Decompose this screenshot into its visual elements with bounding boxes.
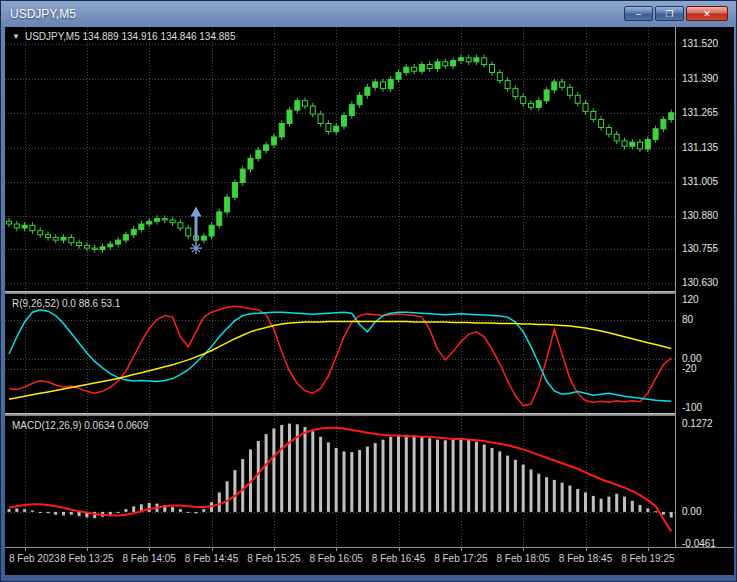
time-tick-mark	[399, 548, 400, 551]
candles-group	[7, 55, 674, 253]
macd-canvas[interactable]	[5, 416, 675, 547]
macd-histogram	[8, 424, 673, 519]
close-button[interactable]: ✕	[686, 6, 728, 21]
minimize-button[interactable]: –	[624, 6, 653, 21]
chart-ohlc-label: USDJPY,M5 134.889 134.916 134.846 134.88…	[25, 31, 236, 42]
price-scale[interactable]: 131.520131.390131.265131.135131.005130.8…	[676, 27, 734, 547]
scale-separator-line	[675, 27, 676, 548]
scale-label: 0.00	[682, 506, 701, 518]
scale-label: 131.520	[682, 38, 718, 50]
chart-symbol-label: ▼ USDJPY,M5 134.889 134.916 134.846 134.…	[12, 31, 235, 42]
time-tick-mark	[87, 548, 88, 551]
time-tick-mark	[25, 548, 26, 551]
grid-lines	[5, 27, 675, 291]
scale-label: -100	[682, 402, 702, 414]
oscillator-line-slow	[9, 322, 671, 400]
time-axis-label: 8 Feb 19:25	[621, 553, 674, 564]
oscillator-label: R(9,26,52) 0.0 88.6 53.1	[12, 298, 120, 309]
maximize-button[interactable]: ❐	[655, 6, 684, 21]
scale-label: 0.1272	[682, 418, 713, 430]
chart-client-area[interactable]: ▼ USDJPY,M5 134.889 134.916 134.846 134.…	[5, 27, 734, 575]
oscillator-line-medium	[9, 310, 671, 402]
time-axis-label: 8 Feb 18:45	[559, 553, 612, 564]
time-tick-mark	[648, 548, 649, 551]
time-axis-label: 8 Feb 13:25	[60, 553, 113, 564]
time-tick-mark	[336, 548, 337, 551]
macd-label: MACD(12,26,9) 0.0634 0.0609	[12, 420, 148, 431]
time-axis-label: 8 Feb 2023	[9, 553, 60, 564]
window-controls: – ❐ ✕	[624, 6, 728, 21]
time-axis-label: 8 Feb 15:25	[247, 553, 300, 564]
scale-label: 131.265	[682, 107, 718, 119]
oscillator-canvas[interactable]	[5, 294, 675, 413]
window-title: USDJPY,M5	[10, 7, 76, 21]
app-window: USDJPY,M5 – ❐ ✕ ▼ USDJPY,M5 134.889 134.…	[0, 0, 737, 582]
scale-label: 131.390	[682, 73, 718, 85]
time-tick-mark	[212, 548, 213, 551]
scale-label: 131.005	[682, 176, 718, 188]
time-axis-label: 8 Feb 17:25	[434, 553, 487, 564]
time-tick-mark	[149, 548, 150, 551]
time-axis[interactable]: 8 Feb 20238 Feb 13:258 Feb 14:058 Feb 14…	[5, 548, 734, 575]
scale-label: 130.755	[682, 243, 718, 255]
price-chart-canvas[interactable]	[5, 27, 675, 291]
time-axis-label: 8 Feb 18:05	[496, 553, 549, 564]
time-tick-mark	[274, 548, 275, 551]
chart-dropdown-icon[interactable]: ▼	[12, 32, 20, 41]
time-axis-label: 8 Feb 16:45	[372, 553, 425, 564]
scale-label: 120	[682, 294, 699, 306]
time-tick-mark	[523, 548, 524, 551]
macd-signal-line	[9, 428, 671, 532]
time-tick-mark	[586, 548, 587, 551]
scale-label: 131.135	[682, 142, 718, 154]
time-axis-label: 8 Feb 14:05	[123, 553, 176, 564]
scale-label: 130.880	[682, 210, 718, 222]
price-chart-panel[interactable]: ▼ USDJPY,M5 134.889 134.916 134.846 134.…	[5, 27, 675, 291]
buy-arrow-marker[interactable]	[190, 207, 202, 255]
window-titlebar[interactable]: USDJPY,M5 – ❐ ✕	[1, 1, 736, 26]
scale-label: -20	[682, 363, 696, 375]
macd-panel[interactable]: MACD(12,26,9) 0.0634 0.0609	[5, 416, 675, 547]
time-axis-label: 8 Feb 14:45	[185, 553, 238, 564]
time-axis-label: 8 Feb 16:05	[310, 553, 363, 564]
scale-label: 130.630	[682, 277, 718, 289]
scale-label: 80	[682, 314, 693, 326]
grid-lines	[5, 416, 675, 547]
time-tick-mark	[461, 548, 462, 551]
oscillator-panel[interactable]: R(9,26,52) 0.0 88.6 53.1	[5, 294, 675, 413]
